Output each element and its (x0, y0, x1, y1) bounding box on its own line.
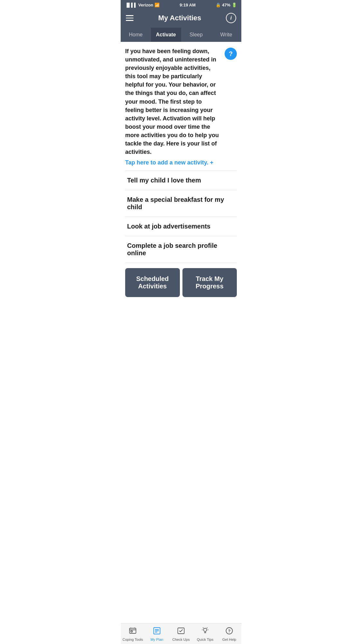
info-icon: i (230, 15, 232, 21)
status-bar: ▐▌▌▌ Verizon 📶 9:19 AM 🔒 47% 🔋 (121, 0, 241, 10)
status-left: ▐▌▌▌ Verizon 📶 (125, 3, 160, 7)
page-title: My Activities (158, 14, 201, 22)
tab-activate[interactable]: Activate (151, 28, 181, 42)
menu-button[interactable] (126, 15, 134, 21)
track-progress-button[interactable]: Track My Progress (182, 268, 237, 297)
activity-item-1[interactable]: Tell my child I love them (125, 171, 237, 190)
activity-list: Tell my child I love them Make a special… (125, 171, 237, 263)
carrier-label: Verizon (138, 3, 153, 7)
activity-item-4[interactable]: Complete a job search profile online (125, 236, 237, 263)
status-time: 9:19 AM (180, 3, 195, 7)
question-icon: ? (229, 50, 233, 58)
main-content: If you have been feeling down, unmotivat… (121, 42, 241, 303)
scheduled-activities-button[interactable]: Scheduled Activities (125, 268, 180, 297)
activity-item-3[interactable]: Look at job advertisements (125, 217, 237, 236)
signal-icon: ▐▌▌▌ (125, 3, 137, 7)
tab-bar: Home Activate Sleep Write (121, 28, 241, 42)
action-buttons: Scheduled Activities Track My Progress (125, 263, 237, 300)
intro-section: If you have been feeling down, unmotivat… (125, 47, 237, 156)
tab-write[interactable]: Write (211, 28, 241, 42)
wifi-icon: 📶 (154, 3, 160, 7)
lock-icon: 🔒 (216, 3, 221, 7)
battery-icon: 🔋 (232, 3, 237, 7)
add-activity-link[interactable]: Tap here to add a new activity. + (125, 159, 237, 166)
activity-item-2[interactable]: Make a special breakfast for my child (125, 190, 237, 217)
tab-home[interactable]: Home (121, 28, 151, 42)
intro-text: If you have been feeling down, unmotivat… (125, 47, 221, 156)
header: My Activities i (121, 10, 241, 28)
battery-label: 47% (222, 3, 230, 7)
help-button[interactable]: ? (225, 48, 237, 60)
info-button[interactable]: i (226, 13, 236, 23)
status-right: 🔒 47% 🔋 (216, 3, 237, 7)
tab-sleep[interactable]: Sleep (181, 28, 211, 42)
